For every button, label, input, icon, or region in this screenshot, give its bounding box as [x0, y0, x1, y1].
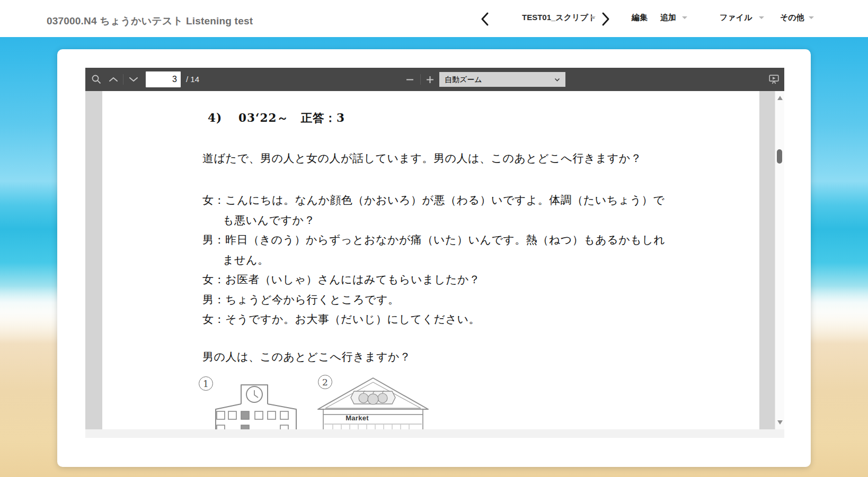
- page-number-input[interactable]: [146, 71, 181, 87]
- prev-doc-icon[interactable]: [480, 12, 490, 26]
- narration-line: 道ばたで、男の人と女の人が話しています。男の人は、このあとどこへ行きますか？: [202, 151, 642, 166]
- dialogue-line: 女：お医者（いしゃ）さんにはみてもらいましたか？: [202, 272, 665, 292]
- content-card: / 14 自動ズーム: [57, 49, 811, 467]
- scroll-down-icon[interactable]: [777, 420, 783, 425]
- search-icon[interactable]: [91, 74, 102, 85]
- next-doc-icon[interactable]: [601, 12, 610, 26]
- horizontal-scrollbar[interactable]: [85, 429, 784, 438]
- menu-file-caret-icon[interactable]: [759, 16, 764, 19]
- page-down-icon[interactable]: [129, 77, 138, 82]
- menu-more-caret-icon[interactable]: [809, 16, 814, 19]
- menu-more[interactable]: その他: [780, 13, 804, 23]
- chevron-down-icon: [554, 78, 560, 82]
- menu-add-caret-icon[interactable]: [682, 16, 687, 19]
- market-illustration: Market: [317, 377, 429, 429]
- school-illustration: [214, 384, 298, 429]
- pdf-content-area[interactable]: 4) 03‘22～ 正答：3 道ばたで、男の人と女の人が話しています。男の人は、…: [85, 91, 784, 429]
- market-sign-label: Market: [338, 414, 376, 422]
- dialogue-line: 女：こんにちは。なんか顔色（かおいろ）が悪（わる）いですよ。体調（たいちょう）で: [202, 192, 665, 212]
- menu-add[interactable]: 追加: [660, 13, 676, 23]
- zoom-out-icon[interactable]: [406, 79, 414, 80]
- doc-selector-caret-icon[interactable]: [590, 16, 596, 19]
- pdf-toolbar: / 14 自動ズーム: [85, 68, 784, 91]
- page-up-icon[interactable]: [109, 77, 118, 82]
- repeat-question-line: 男の人は、このあとどこへ行きますか？: [202, 349, 411, 364]
- vertical-scrollbar[interactable]: [775, 91, 784, 429]
- toolbar-divider: [420, 74, 421, 85]
- dialogue-line: も悪いんですか？: [202, 212, 665, 232]
- pdf-viewer: / 14 自動ズーム: [85, 68, 784, 438]
- scroll-up-icon[interactable]: [777, 96, 783, 100]
- zoom-in-icon[interactable]: [426, 76, 434, 84]
- doc-selector[interactable]: TEST01_スクリプト: [522, 13, 596, 23]
- pdf-page: 4) 03‘22～ 正答：3 道ばたで、男の人と女の人が話しています。男の人は、…: [102, 91, 759, 429]
- question-heading: 4) 03‘22～ 正答：3: [208, 110, 345, 125]
- app-header: 037000.N4 ちょうかいテスト Listening test TEST01…: [0, 0, 868, 37]
- scrollbar-thumb[interactable]: [777, 149, 782, 164]
- dialogue-line: 女：そうですか。お大事（だいじ）にしてください。: [202, 311, 665, 331]
- dialogue-line: 男：昨日（きのう）からずっとおなかが痛（いた）いんです。熱（ねつ）もあるかもしれ: [202, 232, 665, 252]
- dialogue-line: 男：ちょうど今から行くところです。: [202, 292, 665, 312]
- menu-file[interactable]: ファイル: [720, 13, 752, 23]
- toolbar-divider: [123, 74, 123, 85]
- zoom-mode-label: 自動ズーム: [445, 75, 482, 84]
- zoom-mode-select[interactable]: 自動ズーム: [439, 72, 565, 87]
- presentation-mode-icon[interactable]: [769, 75, 779, 84]
- dialogue-block: 女：こんにちは。なんか顔色（かおいろ）が悪（わる）いですよ。体調（たいちょう）で…: [202, 192, 665, 331]
- option-1-number: 1: [199, 376, 213, 391]
- page-count-label: / 14: [186, 75, 199, 84]
- dialogue-line: ません。: [202, 252, 665, 272]
- menu-edit[interactable]: 編集: [632, 13, 648, 23]
- page-title: 037000.N4 ちょうかいテスト Listening test: [47, 14, 253, 28]
